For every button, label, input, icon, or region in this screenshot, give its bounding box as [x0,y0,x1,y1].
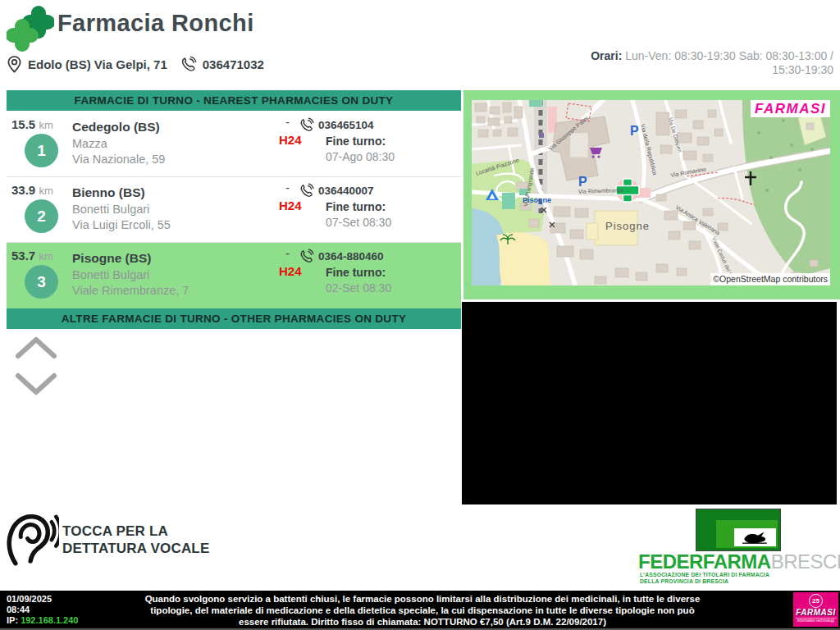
farmasi-map-logo: FARMASI [751,100,830,117]
location-pin-icon [7,55,22,74]
pharmacy-street: Via Nazionale, 59 [72,153,165,166]
distance-value: 15.5 km [11,117,53,131]
fine-turno-date: 07-Ago 08:30 [326,150,395,163]
schedule-dash: - [285,246,290,260]
federfarma-bird-icon [734,528,776,546]
phone-line: 0364-880460 [299,249,384,264]
phone-icon [299,117,314,133]
h24-badge: H24 [279,264,302,278]
pharmacy-street: Via Luigi Ercoli, 55 [72,218,171,231]
farmasi-footer-logo: 25 FARMASI information technology [793,592,838,627]
phone-icon [299,249,314,264]
parking-icon: P [630,124,639,138]
place-label: Pisogne [605,220,650,232]
phone-icon [299,183,314,199]
schedule-dash: - [285,115,290,129]
phone-icon [180,56,197,73]
hours-text: Lun-Ven: 08:30-19:30 Sab: 08:30-13:00 / … [622,49,833,76]
voice-dictation-button[interactable]: TOCCA PER LA DETTATURA VOCALE [5,510,267,579]
h24-badge: H24 [279,199,302,212]
rank-badge: 1 [25,134,58,167]
fine-turno-date: 07-Set 08:30 [326,216,391,229]
federfarma-wordmark: FEDERFARMABRESCIA [638,550,838,573]
phone-line: 036465104 [299,117,374,133]
openstreetmap-view: P P Località Piazzone Via Piangrande Via… [472,100,830,285]
duty-phone: 0364-880460 [318,250,384,262]
pharmacy-town: Pisogne (BS) [72,251,151,266]
distance-unit: km [39,119,52,131]
h24-badge: H24 [279,133,302,147]
fine-turno-date: 02-Set 08:30 [326,281,391,294]
pharmacy-row[interactable]: 33.9 km 2 Bienno (BS) Bonetti Bulgari Vi… [7,177,461,243]
distance-value: 33.9 km [11,183,53,197]
opening-hours: Orari: Lun-Ven: 08:30-19:30 Sab: 08:30-1… [587,49,833,77]
distance-value: 53.7 km [11,249,53,262]
ip-address: IP: 192.168.1.240 [7,615,78,626]
video-area [462,302,837,504]
map-attribution: ©OpenStreetMap contributors [710,273,830,285]
parking-icon: P [578,175,587,189]
duty-phone: 036465104 [318,119,374,131]
station-label: Pisogne [523,196,551,204]
current-time: 08:44 [7,605,78,615]
ear-icon [5,510,59,574]
other-pharmacies-header: ALTRE FARMACIE DI TURNO - OTHER PHARMACI… [7,308,461,329]
rank-badge: 3 [25,265,58,299]
status-bar: 01/09/2025 08:44 IP: 192.168.1.240 Quand… [0,591,840,628]
kiosk-screen: Farmacia Ronchi Edolo (BS) Via Gelpi, 71… [0,0,840,630]
pharmacy-name: Mazza [72,137,107,150]
current-date: 01/09/2025 [7,594,78,605]
pharmacy-street: Viale Rimembranze, 7 [72,284,189,297]
pharmacy-town: Bienno (BS) [72,185,145,200]
farmasi-25-badge: 25 [809,594,823,608]
federfarma-caption: L'ASSOCIAZIONE DEI TITOLARI DI FARMACIA … [640,572,769,584]
federfarma-emblem [696,509,781,551]
phone-line: 036440007 [299,183,374,199]
voice-dictation-label: TOCCA PER LA DETTATURA VOCALE [62,523,209,557]
map-panel: P P Località Piazzone Via Piangrande Via… [463,90,840,299]
pharmacy-town: Cedegolo (BS) [72,120,160,135]
schedule-dash: - [285,180,290,194]
chevron-up-icon[interactable] [13,335,59,361]
pharmacy-row-selected[interactable]: 53.7 km 3 Pisogne (BS) Bonetti Bulgari V… [7,243,461,308]
pharmacy-contact-line: Edolo (BS) Via Gelpi, 71 036471032 [7,54,264,74]
fine-turno-label: Fine turno: [326,135,386,148]
fine-turno-label: Fine turno: [326,200,386,213]
distance-unit: km [39,185,52,197]
pharmacy-name: Bonetti Bulgari [72,268,149,281]
federfarma-logo: FEDERFARMABRESCIA L'ASSOCIAZIONE DEI TIT… [638,507,838,582]
pharmacy-name: Bonetti Bulgari [72,203,149,216]
nearest-pharmacies-header: FARMACIE DI TURNO - NEAREST PHARMACIES O… [7,90,461,111]
pharmacy-phone: 036471032 [203,57,264,71]
page-title: Farmacia Ronchi [57,10,254,37]
fine-turno-label: Fine turno: [326,266,386,279]
station-icon [539,133,544,138]
green-cross-icon [7,6,54,52]
rank-badge: 2 [25,199,58,233]
pharmacy-address: Edolo (BS) Via Gelpi, 71 [28,57,167,71]
system-info: 01/09/2025 08:44 IP: 192.168.1.240 [7,594,78,626]
pharmacy-row[interactable]: 15.5 km 1 Cedegolo (BS) Mazza Via Nazion… [7,112,461,177]
duty-phone: 036440007 [318,185,374,197]
chevron-down-icon[interactable] [13,371,59,397]
distance-unit: km [39,250,52,262]
pharmacy-cross-logo [7,5,54,52]
hours-label: Orari: [591,49,622,62]
legal-notice: Quando svolgono servizio a battenti chiu… [133,593,712,628]
